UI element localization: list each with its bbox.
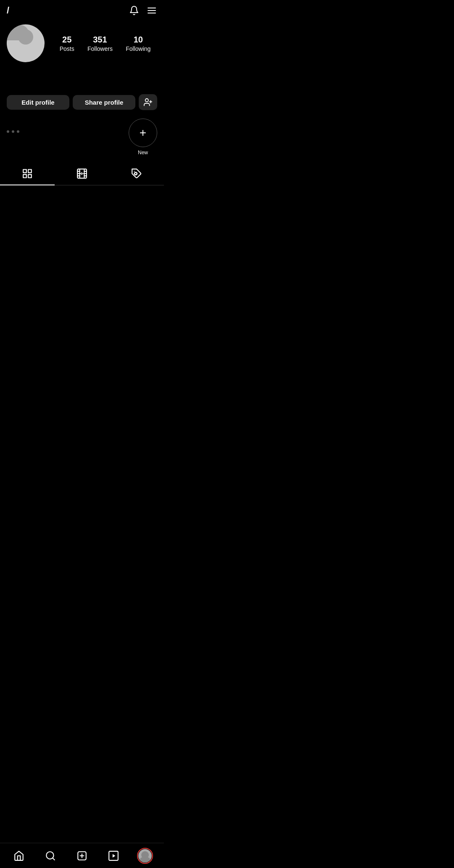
menu-icon[interactable] <box>146 5 157 16</box>
grid-icon <box>22 168 33 179</box>
stats-container: 25 Posts 351 Followers 10 Following <box>53 35 157 52</box>
followers-stat[interactable]: 351 Followers <box>87 35 113 52</box>
story-dot-2 <box>12 130 14 133</box>
tab-tagged[interactable] <box>109 162 164 185</box>
tagged-icon <box>131 168 142 179</box>
svg-rect-9 <box>28 174 32 178</box>
username-label: / <box>7 5 9 16</box>
new-highlight-button[interactable]: + New <box>129 119 157 156</box>
action-buttons: Edit profile Share profile <box>0 91 164 113</box>
plus-icon: + <box>140 127 146 139</box>
following-stat[interactable]: 10 Following <box>126 35 150 52</box>
followers-label: Followers <box>87 45 113 52</box>
svg-rect-6 <box>23 169 26 173</box>
tab-grid[interactable] <box>0 162 55 185</box>
svg-rect-7 <box>28 169 32 173</box>
header: / <box>0 0 164 19</box>
following-count: 10 <box>134 35 143 45</box>
svg-rect-8 <box>23 174 26 178</box>
tab-reels[interactable] <box>55 162 109 185</box>
add-person-button[interactable] <box>139 94 157 110</box>
svg-point-3 <box>145 99 148 102</box>
edit-profile-button[interactable]: Edit profile <box>7 95 69 110</box>
highlights-section: + New <box>0 113 164 161</box>
content-area <box>0 185 164 295</box>
new-highlight-label: New <box>138 150 148 156</box>
bio-section <box>0 66 164 91</box>
notification-icon[interactable] <box>129 5 140 16</box>
followers-count: 351 <box>93 35 107 45</box>
avatar[interactable] <box>7 24 45 62</box>
posts-count: 25 <box>62 35 71 45</box>
tab-bar <box>0 162 164 185</box>
story-dot-1 <box>7 130 9 133</box>
new-highlight-circle: + <box>129 119 157 147</box>
posts-stat[interactable]: 25 Posts <box>60 35 74 52</box>
story-dot-3 <box>17 130 19 133</box>
header-icons <box>129 5 157 16</box>
following-label: Following <box>126 45 150 52</box>
avatar-body <box>7 24 29 40</box>
posts-label: Posts <box>60 45 74 52</box>
profile-section: 25 Posts 351 Followers 10 Following <box>0 19 164 66</box>
share-profile-button[interactable]: Share profile <box>73 95 135 110</box>
avatar-image <box>7 24 45 62</box>
svg-marker-18 <box>81 172 84 176</box>
reels-icon <box>77 168 87 179</box>
